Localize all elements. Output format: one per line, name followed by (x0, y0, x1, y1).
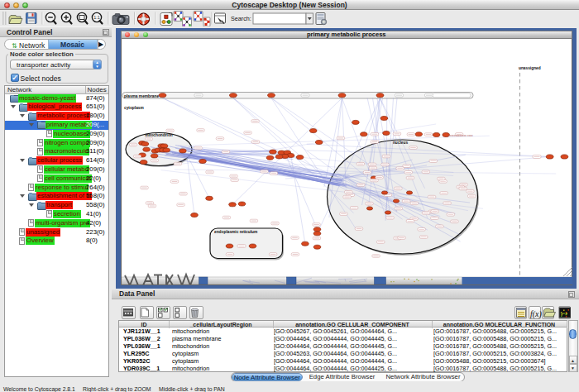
svg-text:xxxxxxxxxxxxx xxxx: xxxxxxxxxxxxx xxxx (448, 134, 473, 137)
svg-text:Search:: Search: (231, 15, 251, 22)
svg-text:1:1: 1:1 (93, 15, 100, 20)
svg-text:nucleus: nucleus (392, 141, 407, 145)
svg-text:unassigned: unassigned (519, 66, 541, 70)
svg-text:f(x): f(x) (530, 309, 543, 319)
svg-text:cytoplasm: cytoplasm (124, 106, 144, 110)
svg-text:endoplasmic reticulum: endoplasmic reticulum (214, 230, 257, 234)
svg-text:mitochondrion: mitochondrion (145, 133, 173, 137)
svg-text:plasma membrane: plasma membrane (124, 94, 159, 98)
